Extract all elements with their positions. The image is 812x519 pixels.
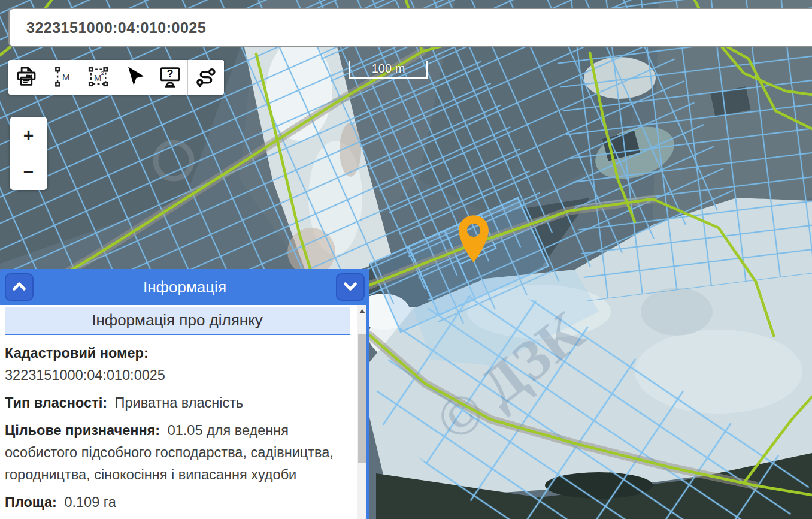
zoom-in-button[interactable]: +: [10, 117, 47, 153]
purpose-label: Цільове призначення:: [5, 423, 160, 438]
cadastral-number-field: Кадастровий номер: 3223151000:04:010:002…: [5, 342, 349, 387]
area-field: Площа: 0.109 га: [5, 491, 349, 514]
map-marker[interactable]: [456, 210, 491, 267]
info-panel: Інформація Інформація про ділянку Кадаст…: [0, 269, 369, 519]
panel-expand-button[interactable]: [5, 273, 34, 301]
scrollbar-up-arrow-icon: [359, 309, 365, 313]
scale-label: 100 m: [350, 61, 426, 76]
cadastral-number-label: Кадастровий номер:: [5, 345, 149, 361]
zoom-out-button[interactable]: −: [10, 153, 47, 190]
section-title: Інформація про ділянку: [5, 307, 350, 335]
measure-length-button[interactable]: M: [44, 60, 80, 95]
route-tool-button[interactable]: [188, 60, 224, 95]
chevron-up-icon: [10, 279, 28, 295]
svg-text:M: M: [62, 73, 69, 82]
info-panel-body: Інформація про ділянку Кадастровий номер…: [0, 305, 369, 519]
svg-text:2: 2: [101, 70, 104, 76]
measure-length-icon: M: [50, 64, 75, 91]
search-input[interactable]: [10, 9, 812, 46]
scale-bar: 100 m: [349, 61, 428, 79]
select-tool-button[interactable]: [116, 60, 152, 95]
search-bar: [8, 8, 812, 47]
monitor-question-icon: ?: [157, 64, 183, 91]
panel-title: Інформація: [143, 278, 226, 297]
route-icon: [193, 64, 219, 91]
svg-text:M: M: [94, 73, 101, 82]
help-tool-button[interactable]: ?: [152, 60, 188, 95]
panel-scrollbar[interactable]: [357, 305, 366, 519]
area-value: 0.109 га: [64, 494, 116, 510]
ownership-label: Тип власності:: [5, 395, 107, 411]
cursor-icon: [122, 64, 147, 91]
info-panel-header: Інформація: [0, 269, 369, 305]
ownership-field: Тип власності: Приватна власність: [5, 392, 349, 414]
measure-area-icon: M 2: [86, 64, 111, 91]
panel-collapse-button[interactable]: [336, 273, 365, 301]
chevron-down-icon: [341, 279, 359, 295]
cadastral-number-value: 3223151000:04:010:0025: [5, 364, 349, 387]
area-label: Площа:: [5, 494, 57, 510]
zoom-control: + −: [10, 117, 47, 190]
app-window: © ДЗК: [0, 0, 812, 519]
scrollbar-thumb[interactable]: [358, 334, 366, 463]
purpose-field: Цільове призначення: 01.05 для ведення о…: [5, 420, 349, 486]
ownership-value: Приватна власність: [115, 395, 244, 411]
print-button[interactable]: [8, 60, 44, 95]
printer-icon: [14, 64, 39, 91]
scrollbar-up-button[interactable]: [357, 305, 366, 317]
map-toolbar: M M 2: [8, 60, 224, 95]
measure-area-button[interactable]: M 2: [80, 60, 116, 95]
parcel-fields: Кадастровий номер: 3223151000:04:010:002…: [0, 335, 366, 514]
svg-text:?: ?: [166, 68, 173, 80]
